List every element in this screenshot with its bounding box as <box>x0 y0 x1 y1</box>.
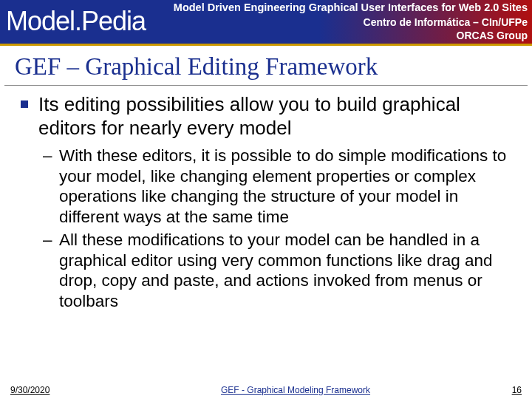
slide-title: GEF – Graphical Editing Framework <box>4 46 528 86</box>
header-affiliation-line2: ORCAS Group <box>457 30 528 41</box>
footer: 9/30/2020 GEF - Graphical Modeling Frame… <box>0 381 532 399</box>
header-affiliation: Centro de Informática – CIn/UFPe ORCAS G… <box>364 16 528 42</box>
header-project-title: Model Driven Engineering Graphical User … <box>148 1 528 13</box>
slide-body: Its editing possibilities allow you to b… <box>0 86 532 311</box>
bullet-level2: All these modifications to your model ca… <box>43 230 517 311</box>
logo-text: Model.Pedia <box>6 6 146 37</box>
bullet-level2: With these editors, it is possible to do… <box>43 146 517 227</box>
bullet-level1: Its editing possibilities allow you to b… <box>21 93 517 140</box>
footer-title: GEF - Graphical Modeling Framework <box>114 385 477 395</box>
footer-date: 9/30/2020 <box>10 385 114 395</box>
footer-page-number: 16 <box>477 385 522 395</box>
slide: Model.Pedia Model Driven Engineering Gra… <box>0 0 532 399</box>
header-band: Model.Pedia Model Driven Engineering Gra… <box>0 0 532 46</box>
header-affiliation-line1: Centro de Informática – CIn/UFPe <box>364 16 528 28</box>
